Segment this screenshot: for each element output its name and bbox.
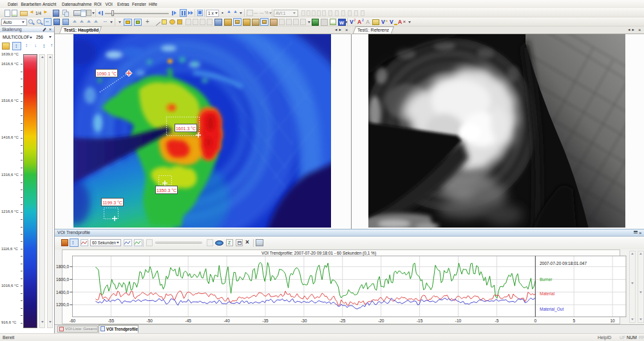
svg-text:-60: -60	[70, 318, 76, 323]
svg-text:-25: -25	[339, 318, 346, 323]
svg-text:5: 5	[573, 318, 575, 323]
svg-text:-10: -10	[455, 318, 462, 323]
svg-text:-45: -45	[185, 318, 191, 323]
svg-text:1600,0: 1600,0	[56, 277, 69, 282]
svg-text:1601.3 °C: 1601.3 °C	[176, 126, 196, 131]
svg-text:1350.3 °C: 1350.3 °C	[156, 188, 176, 193]
svg-text:Material: Material	[540, 291, 555, 296]
svg-text:-35: -35	[262, 318, 269, 323]
svg-text:VOI Trendprofile: 2007-07-20 0: VOI Trendprofile: 2007-07-20 09:18:01 - …	[261, 251, 376, 256]
svg-text:Material_Out: Material_Out	[540, 307, 564, 312]
svg-text:-50: -50	[147, 318, 153, 323]
svg-text:-55: -55	[108, 318, 115, 323]
svg-text:-20: -20	[378, 318, 384, 323]
svg-text:1800,0: 1800,0	[56, 264, 69, 269]
svg-text:1090.1 °C: 1090.1 °C	[97, 72, 117, 76]
svg-text:-40: -40	[223, 318, 230, 323]
svg-text:1400,0: 1400,0	[56, 290, 69, 295]
svg-text:1200,0: 1200,0	[56, 302, 69, 307]
svg-text:2007-07-20 09:18:01.047: 2007-07-20 09:18:01.047	[540, 261, 587, 266]
svg-text:10: 10	[610, 318, 615, 323]
svg-text:0: 0	[534, 318, 536, 323]
svg-text:-15: -15	[417, 318, 423, 323]
svg-text:Burner: Burner	[540, 277, 553, 282]
svg-text:1199.3 °C: 1199.3 °C	[102, 200, 122, 205]
svg-text:-5: -5	[495, 318, 499, 323]
svg-text:-30: -30	[301, 318, 307, 323]
